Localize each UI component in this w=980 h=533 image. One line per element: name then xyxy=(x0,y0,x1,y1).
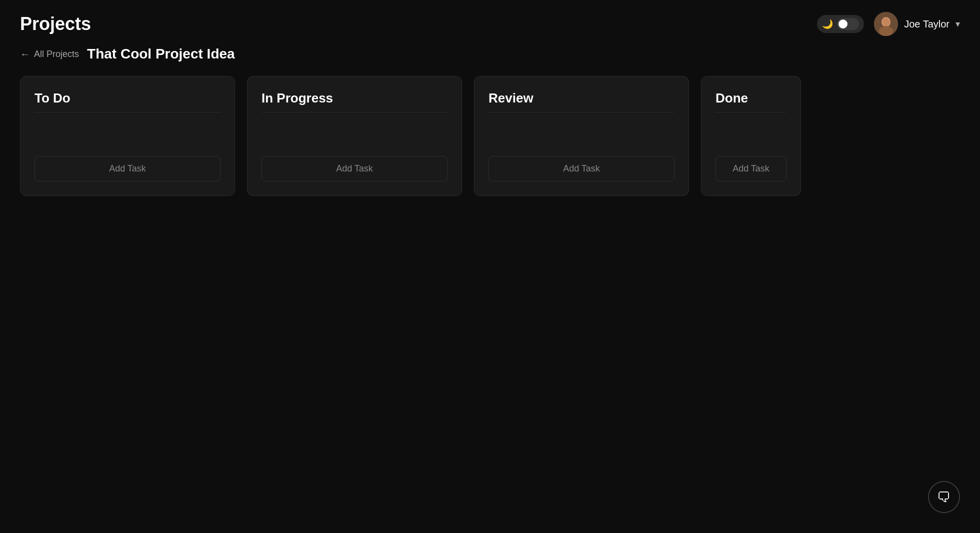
column-body-in-progress xyxy=(262,120,448,148)
svg-point-2 xyxy=(879,26,893,36)
add-task-button-in-progress[interactable]: Add Task xyxy=(262,156,448,182)
column-in-progress: In Progress Add Task xyxy=(247,76,462,196)
column-todo: To Do Add Task xyxy=(20,76,235,196)
all-projects-label: All Projects xyxy=(34,49,79,60)
add-task-button-done[interactable]: Add Task xyxy=(716,156,786,182)
chat-fab-button[interactable]: 🗨 xyxy=(928,481,960,513)
column-review: Review Add Task xyxy=(474,76,689,196)
svg-point-3 xyxy=(882,18,890,26)
column-title-review: Review xyxy=(488,90,674,112)
toggle-knob xyxy=(837,18,859,30)
column-body-review xyxy=(488,120,674,148)
column-body-todo xyxy=(34,120,220,148)
add-task-button-todo[interactable]: Add Task xyxy=(34,156,220,182)
column-title-in-progress: In Progress xyxy=(262,90,448,112)
project-title: That Cool Project Idea xyxy=(87,46,235,62)
moon-icon: 🌙 xyxy=(822,18,833,30)
back-arrow-icon: ← xyxy=(20,48,30,60)
back-link[interactable]: ← All Projects xyxy=(20,48,79,60)
theme-toggle-button[interactable]: 🌙 xyxy=(817,15,864,33)
add-task-button-review[interactable]: Add Task xyxy=(488,156,674,182)
header: Projects 🌙 Joe Taylor ▾ xyxy=(0,0,980,36)
avatar xyxy=(874,12,898,36)
app-title: Projects xyxy=(20,14,91,34)
column-title-done: Done xyxy=(716,90,786,112)
user-name: Joe Taylor xyxy=(904,18,950,30)
column-done: Done Add Task xyxy=(701,76,801,196)
column-title-todo: To Do xyxy=(34,90,220,112)
chat-icon: 🗨 xyxy=(937,489,951,506)
chevron-down-icon: ▾ xyxy=(956,18,960,30)
kanban-board: To Do Add Task In Progress Add Task Revi… xyxy=(0,76,980,196)
user-menu[interactable]: Joe Taylor ▾ xyxy=(874,12,960,36)
breadcrumb: ← All Projects That Cool Project Idea xyxy=(0,36,980,76)
header-right: 🌙 Joe Taylor ▾ xyxy=(817,12,960,36)
column-body-done xyxy=(716,120,786,148)
